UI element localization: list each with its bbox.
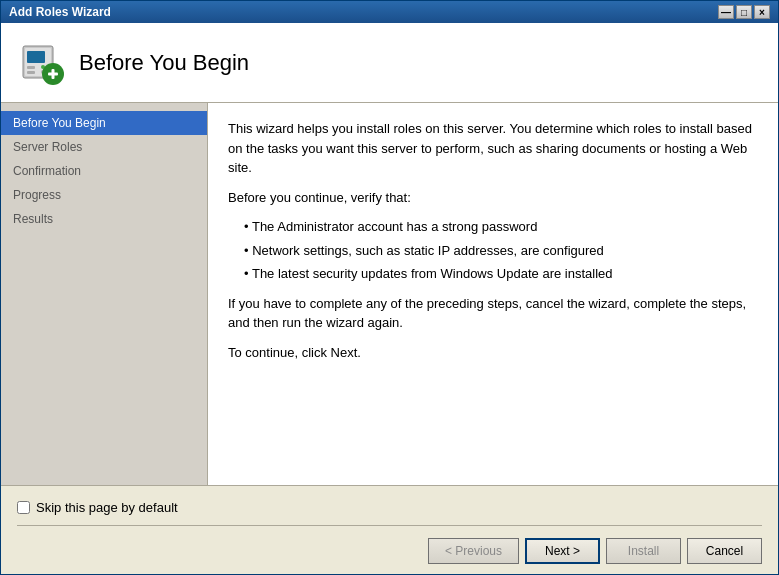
sidebar-item-results[interactable]: Results [1, 207, 207, 231]
svg-rect-4 [27, 71, 35, 74]
window-title: Add Roles Wizard [9, 5, 111, 19]
wizard-footer: Skip this page by default < Previous Nex… [1, 485, 778, 574]
bullet-item-2: Network settings, such as static IP addr… [244, 241, 758, 261]
wizard-window: Add Roles Wizard — □ × [0, 0, 779, 575]
bullet-item-1: The Administrator account has a strong p… [244, 217, 758, 237]
content-area: This wizard helps you install roles on t… [208, 103, 778, 485]
install-button[interactable]: Install [606, 538, 681, 564]
wizard-sidebar: Before You Begin Server Roles Confirmati… [1, 103, 208, 485]
continue-paragraph: To continue, click Next. [228, 343, 758, 363]
sidebar-item-progress[interactable]: Progress [1, 183, 207, 207]
cancel-button[interactable]: Cancel [687, 538, 762, 564]
svg-rect-9 [52, 69, 55, 79]
sidebar-item-server-roles[interactable]: Server Roles [1, 135, 207, 159]
verify-paragraph: Before you continue, verify that: [228, 188, 758, 208]
svg-rect-3 [27, 66, 35, 69]
window-controls: — □ × [718, 5, 770, 19]
skip-checkbox-row: Skip this page by default [17, 496, 762, 526]
wizard-header: Before You Begin [1, 23, 778, 103]
cancel-paragraph: If you have to complete any of the prece… [228, 294, 758, 333]
wizard-icon [17, 38, 67, 88]
close-button[interactable]: × [754, 5, 770, 19]
sidebar-item-before-you-begin[interactable]: Before You Begin [1, 111, 207, 135]
svg-rect-2 [27, 51, 45, 63]
bullet-list: The Administrator account has a strong p… [244, 217, 758, 284]
next-button[interactable]: Next > [525, 538, 600, 564]
previous-button[interactable]: < Previous [428, 538, 519, 564]
intro-paragraph: This wizard helps you install roles on t… [228, 119, 758, 178]
sidebar-item-confirmation[interactable]: Confirmation [1, 159, 207, 183]
wizard-page-title: Before You Begin [79, 50, 249, 76]
wizard-body: Before You Begin Server Roles Confirmati… [1, 103, 778, 485]
title-bar: Add Roles Wizard — □ × [1, 1, 778, 23]
skip-checkbox-label[interactable]: Skip this page by default [36, 500, 178, 515]
footer-buttons: < Previous Next > Install Cancel [17, 534, 762, 564]
skip-checkbox[interactable] [17, 501, 30, 514]
server-plus-icon [17, 38, 67, 88]
bullet-item-3: The latest security updates from Windows… [244, 264, 758, 284]
minimize-button[interactable]: — [718, 5, 734, 19]
maximize-button[interactable]: □ [736, 5, 752, 19]
